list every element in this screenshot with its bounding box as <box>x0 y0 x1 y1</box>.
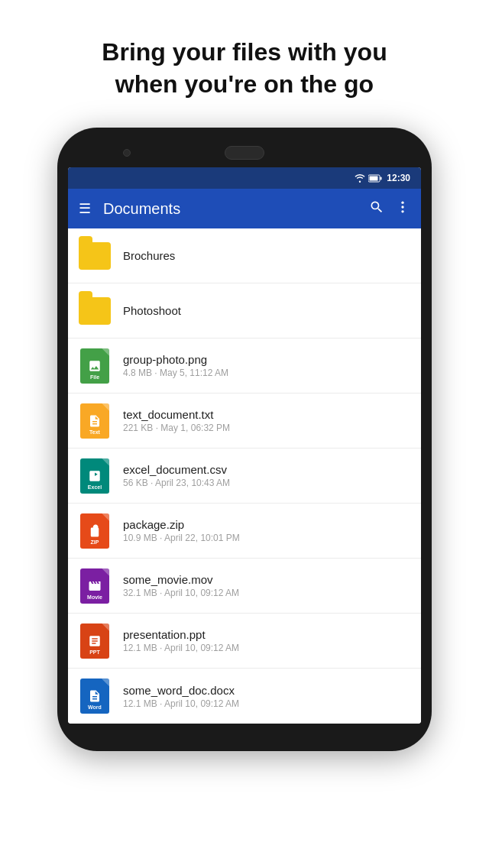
status-time: 12:30 <box>387 173 410 183</box>
item-info: some_word_doc.docx 12.1 MB · April 10, 0… <box>123 684 410 709</box>
list-item[interactable]: ZIP package.zip 10.9 MB · April 22, 10:0… <box>68 504 421 559</box>
list-item[interactable]: Text text_document.txt 221 KB · May 1, 0… <box>68 394 421 449</box>
folder-icon <box>79 293 111 329</box>
item-meta: 10.9 MB · April 22, 10:01 PM <box>123 533 410 543</box>
file-icon-teal: Excel <box>79 458 111 494</box>
file-icon-red-orange: PPT <box>79 623 111 659</box>
app-title: Documents <box>103 200 357 218</box>
svg-rect-1 <box>370 176 378 180</box>
headline: Bring your files with you when you're on… <box>56 0 432 128</box>
phone-bottom <box>68 724 421 734</box>
headline-line1: Bring your files with you <box>102 38 387 66</box>
item-info: presentation.ppt 12.1 MB · April 10, 09:… <box>123 628 410 653</box>
folder-icon <box>79 238 111 274</box>
svg-point-4 <box>401 206 403 208</box>
item-info: package.zip 10.9 MB · April 22, 10:01 PM <box>123 518 410 543</box>
phone-camera <box>123 149 131 157</box>
item-name: Brochures <box>123 249 410 262</box>
item-meta: 12.1 MB · April 10, 09:12 AM <box>123 698 410 709</box>
phone-mockup: 12:30 ☰ Documents <box>57 128 432 751</box>
phone-speaker <box>225 146 264 160</box>
wifi-icon <box>355 174 365 183</box>
item-info: group-photo.png 4.8 MB · May 5, 11:12 AM <box>123 353 410 378</box>
item-name: Photoshoot <box>123 304 410 317</box>
list-item[interactable]: Photoshoot <box>68 283 421 338</box>
list-item[interactable]: Excel excel_document.csv 56 KB · April 2… <box>68 449 421 504</box>
search-icon[interactable] <box>369 199 384 219</box>
item-meta: 221 KB · May 1, 06:32 PM <box>123 423 410 433</box>
item-name: excel_document.csv <box>123 463 410 476</box>
list-item[interactable]: Brochures <box>68 228 421 283</box>
item-name: text_document.txt <box>123 408 410 421</box>
item-name: presentation.ppt <box>123 628 410 641</box>
file-icon-orange: ZIP <box>79 513 111 549</box>
status-bar: 12:30 <box>68 167 421 189</box>
item-meta: 4.8 MB · May 5, 11:12 AM <box>123 368 410 378</box>
list-item[interactable]: Movie some_movie.mov 32.1 MB · April 10,… <box>68 559 421 614</box>
hamburger-icon[interactable]: ☰ <box>79 200 91 217</box>
item-info: Photoshoot <box>123 304 410 317</box>
phone-top <box>68 141 421 167</box>
file-icon-yellow: Text <box>79 403 111 439</box>
phone-screen: 12:30 ☰ Documents <box>68 167 421 724</box>
item-info: text_document.txt 221 KB · May 1, 06:32 … <box>123 408 410 433</box>
file-icon-purple: Movie <box>79 568 111 604</box>
headline-line2: when you're on the go <box>115 70 374 98</box>
svg-point-3 <box>401 201 403 203</box>
item-name: package.zip <box>123 518 410 531</box>
list-item[interactable]: File group-photo.png 4.8 MB · May 5, 11:… <box>68 338 421 394</box>
item-name: some_movie.mov <box>123 573 410 586</box>
item-info: some_movie.mov 32.1 MB · April 10, 09:12… <box>123 573 410 598</box>
svg-rect-2 <box>381 177 382 180</box>
more-options-icon[interactable] <box>395 199 410 219</box>
item-meta: 12.1 MB · April 10, 09:12 AM <box>123 643 410 653</box>
app-bar-actions <box>369 199 410 219</box>
item-meta: 32.1 MB · April 10, 09:12 AM <box>123 588 410 598</box>
app-bar: ☰ Documents <box>68 189 421 228</box>
list-item[interactable]: Word some_word_doc.docx 12.1 MB · April … <box>68 669 421 724</box>
status-icons <box>355 174 382 183</box>
item-info: excel_document.csv 56 KB · April 23, 10:… <box>123 463 410 488</box>
item-meta: 56 KB · April 23, 10:43 AM <box>123 478 410 488</box>
list-item[interactable]: PPT presentation.ppt 12.1 MB · April 10,… <box>68 614 421 669</box>
file-list: Brochures Photoshoot File group-photo.pn… <box>68 228 421 724</box>
item-name: some_word_doc.docx <box>123 684 410 697</box>
file-icon-green: File <box>79 348 111 384</box>
item-info: Brochures <box>123 249 410 262</box>
svg-point-5 <box>401 210 403 212</box>
item-name: group-photo.png <box>123 353 410 366</box>
file-icon-blue: Word <box>79 678 111 714</box>
battery-icon <box>368 174 382 183</box>
